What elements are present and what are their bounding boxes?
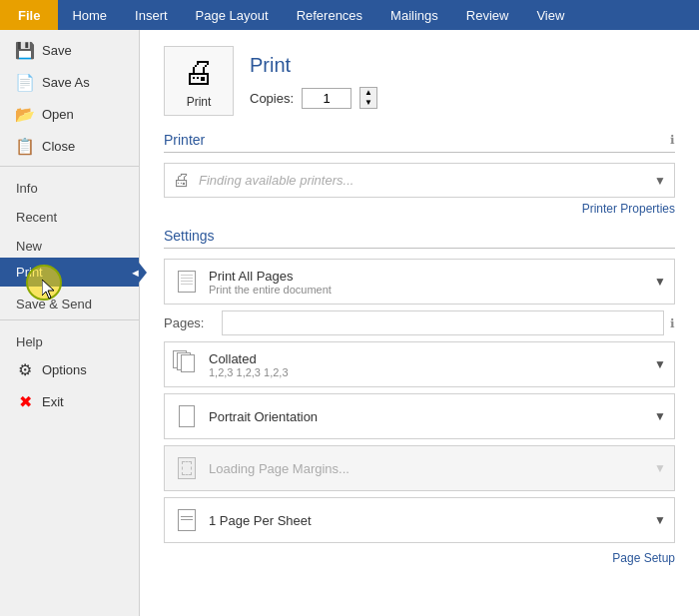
sidebar-divider	[0, 166, 139, 167]
sidebar-item-new[interactable]: New	[0, 229, 139, 258]
printer-properties-link[interactable]: Printer Properties	[164, 202, 675, 216]
printer-section-title: Printer	[164, 132, 205, 148]
tab-file[interactable]: File	[0, 0, 58, 30]
print-button[interactable]: 🖨 Print	[164, 46, 234, 116]
print-range-subtitle: Print the entire document	[209, 284, 650, 296]
collation-title: Collated	[209, 351, 650, 366]
print-title: Print	[250, 54, 377, 77]
saveas-icon: 📄	[16, 73, 34, 91]
tab-review[interactable]: Review	[452, 0, 523, 30]
print-controls: Print Copies: ▲ ▼	[250, 46, 377, 109]
options-icon: ⚙	[16, 360, 34, 378]
pages-label: Pages:	[164, 315, 214, 330]
tab-mailings[interactable]: Mailings	[376, 0, 452, 30]
margins-text: Loading Page Margins...	[209, 461, 650, 476]
orientation-icon	[173, 400, 201, 432]
active-arrow: ◄	[130, 267, 141, 279]
print-range-title: Print All Pages	[209, 269, 650, 284]
close-icon: 📋	[16, 137, 34, 155]
collation-text: Collated 1,2,3 1,2,3 1,2,3	[209, 351, 650, 378]
pages-info-icon: ℹ	[670, 316, 675, 330]
sidebar-item-label: Options	[42, 362, 87, 377]
per-sheet-dropdown[interactable]: 1 Page Per Sheet ▼	[164, 497, 675, 543]
page-setup-link[interactable]: Page Setup	[164, 551, 675, 565]
sidebar-item-save-send[interactable]: Save & Send	[0, 287, 139, 315]
settings-section-header: Settings	[164, 228, 675, 249]
tab-references[interactable]: References	[283, 0, 376, 30]
print-content: 🖨 Print Print Copies: ▲ ▼ Printer ℹ	[140, 30, 699, 616]
tab-page-layout[interactable]: Page Layout	[182, 0, 283, 30]
settings-section-title: Settings	[164, 228, 215, 244]
open-icon: 📂	[16, 105, 34, 123]
copies-down-button[interactable]: ▼	[360, 98, 376, 108]
margins-icon	[173, 452, 201, 484]
printer-large-icon: 🖨	[183, 54, 215, 91]
print-header: 🖨 Print Print Copies: ▲ ▼	[164, 46, 675, 116]
collation-subtitle: 1,2,3 1,2,3 1,2,3	[209, 366, 650, 378]
sidebar-item-label: Close	[42, 139, 75, 154]
sidebar-item-close[interactable]: 📋 Close	[0, 130, 139, 162]
printer-dropdown[interactable]: 🖨 Finding available printers... ▼	[164, 163, 675, 198]
copies-input[interactable]	[302, 88, 351, 109]
copies-spinner: ▲ ▼	[359, 87, 377, 109]
sidebar-item-open[interactable]: 📂 Open	[0, 98, 139, 130]
copies-up-button[interactable]: ▲	[360, 88, 376, 98]
tab-home[interactable]: Home	[58, 0, 121, 30]
print-range-arrow[interactable]: ▼	[654, 275, 666, 289]
printer-small-icon: 🖨	[173, 170, 191, 191]
sidebar: 💾 Save 📄 Save As 📂 Open 📋 Close Info Rec…	[0, 30, 140, 616]
ribbon: File Home Insert Page Layout References …	[0, 0, 699, 30]
save-icon: 💾	[16, 41, 34, 59]
per-sheet-icon	[173, 504, 201, 536]
printer-section-header: Printer ℹ	[164, 132, 675, 153]
sidebar-item-label: Save As	[42, 75, 90, 90]
margins-arrow: ▼	[654, 461, 666, 475]
sidebar-item-label: Print	[16, 265, 43, 280]
print-range-icon	[173, 266, 201, 298]
sidebar-item-label: Open	[42, 107, 74, 122]
copies-label: Copies:	[250, 91, 294, 106]
printer-dropdown-arrow[interactable]: ▼	[654, 174, 666, 188]
main-layout: 💾 Save 📄 Save As 📂 Open 📋 Close Info Rec…	[0, 30, 699, 616]
copies-row: Copies: ▲ ▼	[250, 87, 377, 109]
sidebar-item-info[interactable]: Info	[0, 171, 139, 200]
sidebar-item-label: Exit	[42, 394, 64, 409]
printer-info-icon: ℹ	[670, 133, 675, 147]
margins-title: Loading Page Margins...	[209, 461, 650, 476]
sidebar-item-exit[interactable]: ✖ Exit	[0, 385, 139, 417]
per-sheet-title: 1 Page Per Sheet	[209, 513, 650, 528]
print-range-text: Print All Pages Print the entire documen…	[209, 269, 650, 296]
printer-placeholder: Finding available printers...	[199, 173, 650, 188]
sidebar-item-recent[interactable]: Recent	[0, 200, 139, 229]
orientation-title: Portrait Orientation	[209, 409, 650, 424]
margins-dropdown[interactable]: Loading Page Margins... ▼	[164, 445, 675, 491]
sidebar-item-help[interactable]: Help	[0, 324, 139, 353]
per-sheet-arrow[interactable]: ▼	[654, 513, 666, 527]
collation-icon	[173, 348, 201, 380]
pages-row: Pages: ℹ	[164, 310, 675, 335]
collation-dropdown[interactable]: Collated 1,2,3 1,2,3 1,2,3 ▼	[164, 341, 675, 387]
exit-icon: ✖	[16, 392, 34, 410]
orientation-dropdown[interactable]: Portrait Orientation ▼	[164, 393, 675, 439]
tab-insert[interactable]: Insert	[121, 0, 182, 30]
sidebar-item-options[interactable]: ⚙ Options	[0, 353, 139, 385]
sidebar-item-print[interactable]: Print ◄	[0, 258, 139, 287]
pages-input[interactable]	[222, 310, 664, 335]
sidebar-divider-2	[0, 319, 139, 320]
print-range-dropdown[interactable]: Print All Pages Print the entire documen…	[164, 259, 675, 305]
print-icon-label: Print	[187, 95, 212, 109]
sidebar-item-label: Save	[42, 43, 72, 58]
orientation-arrow[interactable]: ▼	[654, 409, 666, 423]
tab-view[interactable]: View	[522, 0, 578, 30]
collation-arrow[interactable]: ▼	[654, 357, 666, 371]
sidebar-item-save-as[interactable]: 📄 Save As	[0, 66, 139, 98]
per-sheet-text: 1 Page Per Sheet	[209, 513, 650, 528]
orientation-text: Portrait Orientation	[209, 409, 650, 424]
sidebar-item-save[interactable]: 💾 Save	[0, 34, 139, 66]
